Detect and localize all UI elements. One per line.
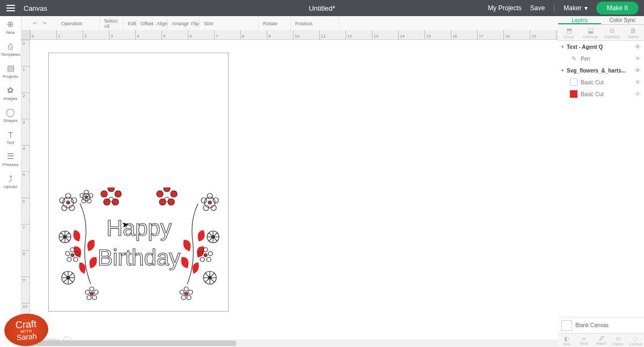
eye-icon[interactable]: 👁 (635, 67, 641, 74)
slice-button[interactable]: ◐Slice (558, 334, 575, 347)
machine-dropdown[interactable]: Maker ▾ (564, 4, 587, 12)
delete-icon: 🗑 (630, 27, 636, 34)
horizontal-scrollbar[interactable] (21, 339, 558, 347)
tool-templates[interactable]: ⎙Templates (0, 41, 21, 57)
design-mat[interactable]: Happy Birthday ➤ (48, 53, 229, 312)
layer-sublayer[interactable]: ✎Pen👁 (558, 53, 644, 64)
tool-images[interactable]: ✿Images (0, 85, 21, 101)
ruler-tick: 3 (21, 119, 30, 145)
attach-icon: 🖇 (598, 335, 604, 342)
layers-footer-actions: ◐Slice∞Weld🖇Attach▭Flatten◌Contour (558, 333, 644, 347)
pen-icon: ✎ (570, 55, 577, 62)
ungroup-button[interactable]: ⬓UnGroup (580, 25, 601, 40)
sublayer-label: Pen (581, 56, 632, 62)
svg-point-7 (85, 196, 88, 199)
artwork[interactable]: Happy Birthday ➤ (53, 187, 225, 306)
eye-icon[interactable]: 👁 (635, 79, 641, 85)
zoom-in-icon[interactable]: + (63, 336, 71, 345)
ruler-tick: 7 (21, 224, 30, 250)
chevron-down-icon[interactable]: ▾ (561, 44, 564, 49)
badge-line1: Craft (15, 319, 36, 330)
layer-sublayer[interactable]: Basic Cut👁 (558, 76, 644, 88)
ruler-corner (21, 30, 30, 40)
menu-icon[interactable] (0, 0, 21, 16)
layers-top-actions: ⬒Group⬓UnGroup⧉Duplicate🗑Delete (558, 25, 644, 41)
svg-point-13 (80, 193, 84, 198)
ruler-tick: 4 (21, 145, 30, 171)
eye-icon[interactable]: 👁 (635, 55, 641, 62)
chevron-down-icon[interactable]: ▾ (561, 68, 564, 73)
svg-point-69 (187, 295, 191, 300)
flip-label: Flip (191, 21, 199, 26)
attach-button[interactable]: 🖇Attach (592, 334, 610, 347)
tool-label: Phrases (3, 162, 18, 167)
svg-point-45 (213, 198, 218, 203)
tool-label: Text (6, 140, 14, 145)
svg-point-36 (92, 295, 97, 300)
tool-text[interactable]: TText (0, 129, 21, 145)
layer-sublayer[interactable]: Basic Cut👁 (558, 88, 644, 100)
duplicate-icon: ⧉ (610, 27, 614, 34)
eye-icon[interactable]: 👁 (635, 91, 641, 97)
artwork-text-line1: Happy (106, 215, 171, 241)
ungroup-icon: ⬓ (588, 27, 594, 34)
tool-label: Projects (3, 74, 18, 79)
size-label: Size (204, 21, 214, 26)
svg-point-41 (207, 193, 213, 199)
weld-button[interactable]: ∞Weld (575, 334, 592, 347)
ruler-tick: 14 (398, 30, 425, 39)
top-bar: Canvas Untitled* My Projects Save | Make… (0, 0, 644, 16)
undo-button[interactable]: ↶ (30, 19, 40, 28)
tab-layers[interactable]: Layers (558, 16, 601, 24)
svg-point-56 (200, 257, 204, 262)
tool-phrases[interactable]: ☰Phrases (0, 151, 21, 167)
svg-point-68 (181, 295, 186, 300)
flatten-button[interactable]: ▭Flatten (610, 334, 627, 347)
svg-point-58 (208, 251, 213, 256)
redo-button[interactable]: ↷ (40, 19, 49, 28)
eye-icon[interactable]: 👁 (635, 44, 641, 50)
make-it-button[interactable]: Make It (596, 2, 639, 15)
ruler-horizontal: 01234567891011121314151617181920 (30, 30, 558, 40)
svg-point-9 (84, 190, 89, 194)
app-name: Canvas (24, 4, 47, 12)
align-label: Align (157, 21, 167, 26)
weld-icon: ∞ (582, 335, 586, 342)
blank-canvas-row[interactable]: Blank Canvas (558, 317, 644, 333)
canvas-viewport[interactable]: Happy Birthday ➤ (30, 40, 558, 338)
tool-new[interactable]: ⊕New (0, 19, 21, 35)
layer-row[interactable]: ▾Text - Agent Q👁 (558, 41, 644, 53)
ruler-tick: 2 (83, 30, 109, 39)
new-icon: ⊕ (6, 19, 16, 29)
selectall-label[interactable]: Select All (104, 18, 119, 29)
tool-projects[interactable]: ▤Projects (0, 63, 21, 79)
svg-point-53 (204, 254, 207, 257)
svg-point-35 (94, 290, 98, 294)
artwork-text-line2: Birthday (98, 245, 180, 270)
ruler-tick: 0 (30, 30, 56, 39)
tab-color-sync[interactable]: Color Sync (601, 16, 644, 24)
images-icon: ✿ (6, 85, 16, 95)
ruler-tick: 9 (21, 277, 30, 303)
slice-icon: ◐ (564, 335, 569, 342)
group-button[interactable]: ⬒Group (558, 25, 580, 40)
action-label: Duplicate (604, 35, 619, 39)
layer-row[interactable]: ▾Svg_flowers_&_harts...👁 (558, 64, 644, 76)
delete-button[interactable]: 🗑Delete (623, 25, 644, 40)
contour-button[interactable]: ◌Contour (627, 334, 644, 347)
templates-icon: ⎙ (6, 41, 16, 51)
svg-point-34 (90, 287, 94, 291)
duplicate-button[interactable]: ⧉Duplicate (601, 25, 623, 40)
machine-label: Maker (564, 4, 581, 12)
layer-name: Text - Agent Q (567, 44, 632, 50)
save-button[interactable]: Save (530, 4, 545, 12)
ruler-tick: 10 (293, 30, 319, 39)
svg-point-39 (208, 201, 211, 204)
blank-canvas-swatch (561, 320, 572, 331)
tool-shapes[interactable]: ◯Shapes (0, 107, 21, 123)
my-projects-link[interactable]: My Projects (488, 4, 522, 12)
offset-label: Offset (141, 21, 153, 26)
tool-upload[interactable]: ⤴Upload (0, 174, 21, 189)
sublayer-label: Basic Cut (581, 91, 632, 97)
toolbar-labels: ↶ ↷ Operation Select All Edit Offset Ali… (0, 16, 644, 31)
